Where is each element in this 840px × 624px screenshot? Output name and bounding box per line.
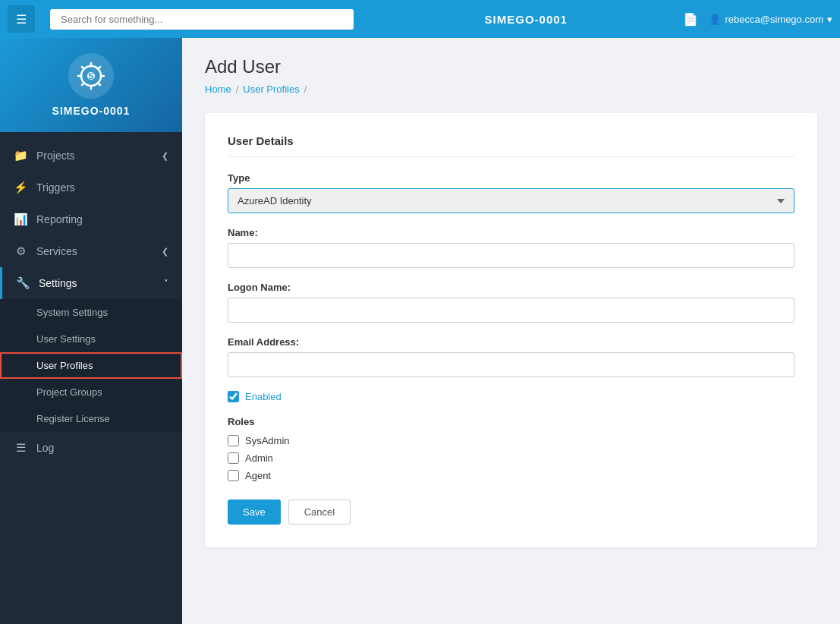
breadcrumb-user-profiles[interactable]: User Profiles [243, 84, 299, 95]
sidebar-item-user-profiles[interactable]: User Profiles [0, 352, 182, 379]
brand-name: SIMEGO-0001 [52, 105, 131, 117]
name-input[interactable] [228, 243, 794, 268]
admin-label[interactable]: Admin [245, 452, 273, 464]
logon-name-label: Logon Name: [228, 282, 794, 293]
sysadmin-checkbox[interactable] [228, 435, 239, 446]
projects-arrow: ❮ [162, 151, 168, 161]
log-label: Log [36, 442, 54, 454]
user-email: rebecca@simego.com [725, 14, 823, 25]
services-label: Services [36, 245, 77, 257]
main-content: Add User Home / User Profiles / User Det… [182, 38, 840, 624]
agent-checkbox[interactable] [228, 470, 239, 481]
main-layout: S SIMEGO-0001 📁 Projects ❮ ⚡ Triggers 📊 … [0, 38, 840, 624]
menu-toggle-button[interactable]: ☰ [8, 5, 35, 33]
sidebar-item-services[interactable]: ⚙ Services ❮ [0, 235, 182, 267]
type-label: Type [228, 172, 794, 184]
type-field-group: Type AzureAD Identity Local Identity LDA… [228, 172, 794, 213]
settings-arrow: ˅ [164, 279, 168, 288]
settings-sub-menu: System Settings User Settings User Profi… [0, 299, 182, 432]
hamburger-icon: ☰ [16, 12, 27, 27]
name-label: Name: [228, 227, 794, 238]
sidebar-item-reporting[interactable]: 📊 Reporting [0, 203, 182, 235]
breadcrumb: Home / User Profiles / [205, 84, 817, 95]
agent-label[interactable]: Agent [245, 470, 271, 481]
enabled-row: Enabled [228, 391, 794, 402]
role-agent: Agent [228, 470, 794, 481]
page-title: Add User [205, 56, 817, 77]
cancel-button[interactable]: Cancel [288, 500, 351, 525]
triggers-icon: ⚡ [14, 181, 27, 194]
sidebar-item-system-settings[interactable]: System Settings [0, 299, 182, 326]
sidebar-brand: S SIMEGO-0001 [0, 38, 182, 132]
form-card: User Details Type AzureAD Identity Local… [205, 113, 817, 547]
email-field-group: Email Address: [228, 336, 794, 377]
settings-label: Settings [39, 277, 77, 289]
logon-name-input[interactable] [228, 298, 794, 323]
enabled-checkbox[interactable] [228, 391, 239, 402]
email-label: Email Address: [228, 336, 794, 348]
roles-section: Roles SysAdmin Admin Agent [228, 416, 794, 481]
services-icon: ⚙ [14, 244, 27, 258]
user-menu[interactable]: 👤 rebecca@simego.com ▾ [709, 14, 832, 25]
sidebar-item-settings[interactable]: 🔧 Settings ˅ [0, 267, 182, 299]
form-actions: Save Cancel [228, 500, 794, 525]
navbar: ☰ SIMEGO-0001 📄 👤 rebecca@simego.com ▾ [0, 0, 840, 38]
services-arrow: ❮ [162, 247, 168, 257]
breadcrumb-sep-1: / [236, 84, 239, 95]
user-dropdown-arrow: ▾ [827, 14, 832, 25]
navbar-icons: 📄 👤 rebecca@simego.com ▾ [683, 12, 832, 27]
settings-icon: 🔧 [16, 276, 30, 290]
log-icon: ☰ [14, 441, 27, 455]
projects-label: Projects [36, 150, 75, 162]
sidebar-nav: 📁 Projects ❮ ⚡ Triggers 📊 Reporting ⚙ Se… [0, 132, 182, 471]
breadcrumb-sep-2: / [304, 84, 307, 95]
section-title: User Details [228, 134, 794, 157]
sidebar-item-project-groups[interactable]: Project Groups [0, 379, 182, 405]
type-select[interactable]: AzureAD Identity Local Identity LDAP Ide… [228, 188, 794, 213]
reporting-label: Reporting [36, 213, 83, 225]
sidebar-item-triggers[interactable]: ⚡ Triggers [0, 172, 182, 203]
document-icon[interactable]: 📄 [683, 12, 698, 27]
reporting-icon: 📊 [14, 213, 27, 226]
sidebar-item-user-settings[interactable]: User Settings [0, 326, 182, 352]
brand-logo-svg: S [77, 61, 105, 90]
role-sysadmin: SysAdmin [228, 435, 794, 446]
sidebar: S SIMEGO-0001 📁 Projects ❮ ⚡ Triggers 📊 … [0, 38, 182, 624]
sidebar-item-register-license[interactable]: Register License [0, 405, 182, 432]
logon-name-field-group: Logon Name: [228, 282, 794, 323]
roles-title: Roles [228, 416, 794, 427]
svg-text:S: S [88, 71, 93, 80]
triggers-label: Triggers [36, 181, 75, 194]
breadcrumb-home[interactable]: Home [205, 84, 231, 95]
sidebar-item-log[interactable]: ☰ Log [0, 432, 182, 464]
save-button[interactable]: Save [228, 500, 281, 525]
role-admin: Admin [228, 452, 794, 464]
email-input[interactable] [228, 352, 794, 377]
projects-icon: 📁 [14, 149, 27, 162]
user-icon: 👤 [709, 14, 721, 25]
enabled-label[interactable]: Enabled [245, 391, 282, 402]
sidebar-item-projects[interactable]: 📁 Projects ❮ [0, 140, 182, 172]
search-input[interactable] [50, 9, 354, 30]
sysadmin-label[interactable]: SysAdmin [245, 435, 290, 446]
brand-logo: S [68, 53, 114, 99]
name-field-group: Name: [228, 227, 794, 268]
admin-checkbox[interactable] [228, 452, 239, 464]
navbar-title: SIMEGO-0001 [369, 13, 683, 26]
